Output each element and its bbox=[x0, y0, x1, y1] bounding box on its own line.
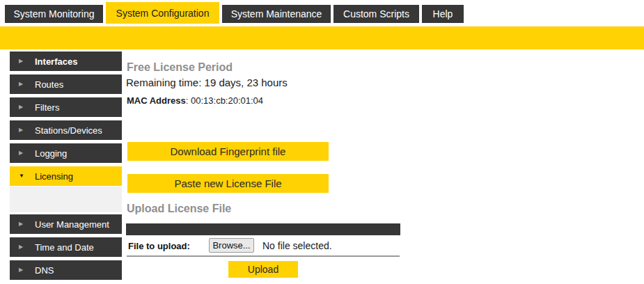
licensing-submenu-area bbox=[10, 187, 122, 212]
tab-system-maintenance[interactable]: System Maintenance bbox=[222, 5, 331, 23]
chevron-right-icon: ▶ bbox=[19, 58, 29, 64]
sidebar-item-logging[interactable]: ▶ Logging bbox=[10, 143, 122, 163]
mac-address-label: MAC Address bbox=[127, 95, 186, 106]
upload-section-divider bbox=[127, 255, 400, 257]
tab-help[interactable]: Help bbox=[422, 5, 464, 23]
tab-custom-scripts[interactable]: Custom Scripts bbox=[333, 5, 419, 23]
accent-bar bbox=[0, 26, 644, 49]
file-to-upload-label: File to upload: bbox=[128, 241, 190, 251]
top-tab-bar: System Monitoring System Configuration S… bbox=[5, 0, 464, 24]
sidebar-item-label: Filters bbox=[35, 102, 59, 113]
upload-button[interactable]: Upload bbox=[228, 261, 298, 278]
sidebar-item-label: Interfaces bbox=[35, 56, 77, 67]
chevron-right-icon: ▶ bbox=[19, 127, 29, 133]
sidebar-item-label: DNS bbox=[35, 265, 54, 276]
remaining-time-text: Remaining time: 19 days, 23 hours bbox=[126, 77, 288, 88]
mac-address-value: : 00:13:cb:20:01:04 bbox=[186, 95, 263, 106]
sidebar-item-stations-devices[interactable]: ▶ Stations/Devices bbox=[10, 120, 122, 140]
download-fingerprint-button[interactable]: Download Fingerprint file bbox=[127, 142, 329, 161]
sidebar-item-label: Logging bbox=[35, 148, 67, 159]
free-license-period-heading: Free License Period bbox=[127, 61, 233, 74]
app-window: System Monitoring System Configuration S… bbox=[0, 0, 644, 284]
chevron-down-icon: ▼ bbox=[19, 173, 29, 179]
chevron-right-icon: ▶ bbox=[19, 221, 29, 227]
tab-system-monitoring[interactable]: System Monitoring bbox=[5, 5, 103, 23]
sidebar-item-label: User Management bbox=[35, 219, 109, 230]
paste-license-button[interactable]: Paste new License File bbox=[127, 174, 329, 193]
sidebar-item-filters[interactable]: ▶ Filters bbox=[10, 97, 122, 117]
tab-system-configuration[interactable]: System Configuration bbox=[106, 2, 219, 24]
file-status-text: No file selected. bbox=[262, 240, 332, 251]
browse-button[interactable]: Browse... bbox=[209, 238, 254, 253]
sidebar-item-label: Time and Date bbox=[35, 242, 94, 253]
sidebar-item-label: Routes bbox=[35, 79, 63, 90]
sidebar-item-routes[interactable]: ▶ Routes bbox=[10, 74, 122, 94]
chevron-right-icon: ▶ bbox=[19, 81, 29, 87]
chevron-right-icon: ▶ bbox=[19, 104, 29, 110]
chevron-right-icon: ▶ bbox=[19, 150, 29, 156]
sidebar-item-label: Stations/Devices bbox=[35, 125, 102, 136]
sidebar-item-interfaces[interactable]: ▶ Interfaces bbox=[10, 52, 122, 71]
sidebar-item-time-and-date[interactable]: ▶ Time and Date bbox=[10, 237, 122, 257]
upload-license-heading: Upload License File bbox=[127, 203, 231, 215]
mac-address-line: MAC Address: 00:13:cb:20:01:04 bbox=[127, 95, 263, 106]
sidebar-item-user-management[interactable]: ▶ User Management bbox=[10, 214, 122, 234]
sidebar-nav: ▶ Interfaces ▶ Routes ▶ Filters ▶ Statio… bbox=[10, 52, 122, 283]
sidebar-item-dns[interactable]: ▶ DNS bbox=[10, 260, 122, 280]
chevron-right-icon: ▶ bbox=[19, 267, 29, 273]
sidebar-item-licensing[interactable]: ▼ Licensing bbox=[10, 166, 122, 186]
upload-table-header-bar bbox=[126, 223, 400, 235]
chevron-right-icon: ▶ bbox=[19, 244, 29, 250]
sidebar-item-label: Licensing bbox=[35, 171, 73, 182]
